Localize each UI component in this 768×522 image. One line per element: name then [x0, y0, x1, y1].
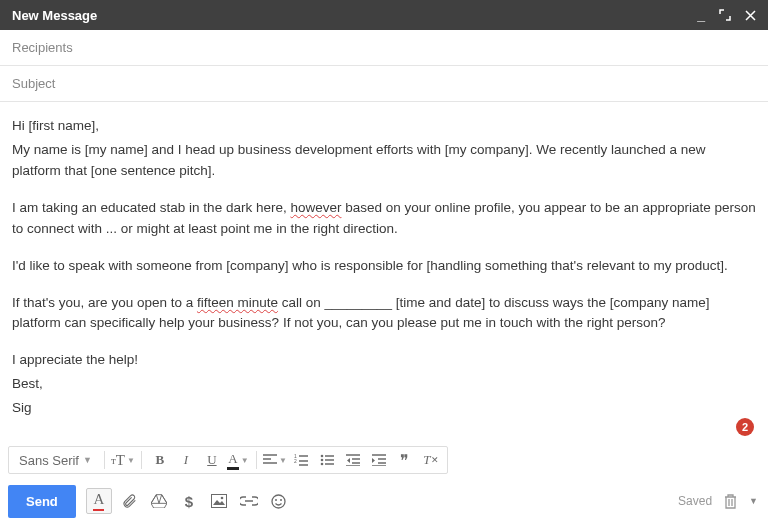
- quote-button[interactable]: ❞: [393, 449, 417, 471]
- close-icon[interactable]: [745, 10, 756, 21]
- message-body[interactable]: Hi [first name], My name is [my name] an…: [0, 102, 768, 442]
- underline-button[interactable]: U: [200, 449, 224, 471]
- body-line: I appreciate the help!: [12, 350, 756, 371]
- discard-icon[interactable]: [724, 494, 737, 509]
- subject-field[interactable]: [0, 66, 768, 102]
- text-format-toggle[interactable]: A: [86, 488, 112, 514]
- numbered-list-button[interactable]: 12: [289, 449, 313, 471]
- remove-formatting-button[interactable]: T✕: [419, 449, 443, 471]
- bold-button[interactable]: B: [148, 449, 172, 471]
- subject-input[interactable]: [12, 76, 756, 91]
- italic-button[interactable]: I: [174, 449, 198, 471]
- more-options-button[interactable]: ▼: [749, 496, 758, 506]
- body-line: Best,: [12, 374, 756, 395]
- attach-icon[interactable]: [116, 488, 142, 514]
- body-line: Hi [first name],: [12, 116, 756, 137]
- body-line: I am taking an educated stab in the dark…: [12, 198, 756, 240]
- body-line: If that's you, are you open to a fifteen…: [12, 293, 756, 335]
- svg-point-7: [272, 495, 285, 508]
- indent-less-button[interactable]: [341, 449, 365, 471]
- text-color-button[interactable]: A▼: [226, 449, 250, 471]
- svg-point-8: [275, 499, 277, 501]
- window-titlebar: New Message _: [0, 0, 768, 30]
- spellcheck-word: however: [290, 200, 341, 215]
- svg-text:2: 2: [294, 458, 297, 464]
- font-family-button[interactable]: Sans Serif ▼: [13, 449, 98, 471]
- expand-icon[interactable]: [719, 9, 731, 21]
- svg-point-4: [321, 463, 324, 466]
- body-line: I'd like to speak with someone from [com…: [12, 256, 756, 277]
- font-size-button[interactable]: тT▼: [111, 449, 135, 471]
- svg-point-2: [321, 455, 324, 458]
- body-line: My name is [my name] and I head up busin…: [12, 140, 756, 182]
- recipients-input[interactable]: [12, 40, 756, 55]
- send-button[interactable]: Send: [8, 485, 76, 518]
- bottom-toolbar: Send A $ Saved ▼: [0, 480, 768, 522]
- svg-point-6: [220, 497, 223, 500]
- saved-label: Saved: [678, 494, 712, 508]
- drive-icon[interactable]: [146, 488, 172, 514]
- indent-more-button[interactable]: [367, 449, 391, 471]
- money-icon[interactable]: $: [176, 488, 202, 514]
- svg-rect-5: [211, 495, 226, 508]
- chevron-down-icon: ▼: [83, 455, 92, 465]
- insert-link-icon[interactable]: [236, 488, 262, 514]
- format-toolbar: Sans Serif ▼ тT▼ B I U A▼ ▼ 12 ❞: [8, 446, 448, 474]
- spellcheck-word: fifteen minute: [197, 295, 278, 310]
- emoji-icon[interactable]: [266, 488, 292, 514]
- window-title: New Message: [12, 8, 697, 23]
- svg-point-3: [321, 459, 324, 462]
- recipients-field[interactable]: [0, 30, 768, 66]
- align-button[interactable]: ▼: [263, 449, 287, 471]
- body-line: Sig: [12, 398, 756, 419]
- minimize-icon[interactable]: _: [697, 8, 705, 22]
- bullet-list-button[interactable]: [315, 449, 339, 471]
- insert-photo-icon[interactable]: [206, 488, 232, 514]
- svg-point-9: [280, 499, 282, 501]
- notification-badge[interactable]: 2: [736, 418, 754, 436]
